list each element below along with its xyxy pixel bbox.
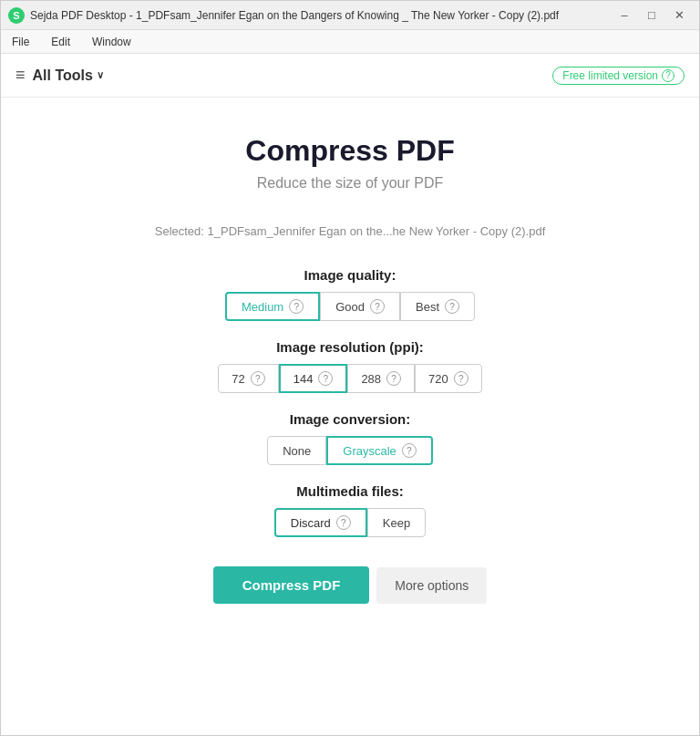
image-conversion-label: Image conversion: <box>290 411 411 427</box>
image-quality-label: Image quality: <box>304 267 396 283</box>
menu-window[interactable]: Window <box>88 34 135 50</box>
multimedia-files-buttons: Discard ? Keep <box>274 508 426 537</box>
menu-edit[interactable]: Edit <box>47 34 74 50</box>
chevron-down-icon: ∨ <box>97 69 104 81</box>
conversion-grayscale-button[interactable]: Grayscale ? <box>326 436 433 465</box>
minimize-button[interactable]: – <box>612 5 637 26</box>
multimedia-keep-button[interactable]: Keep <box>367 508 426 537</box>
page-title: Compress PDF <box>245 134 454 168</box>
hamburger-icon[interactable]: ≡ <box>15 66 26 85</box>
compress-pdf-button[interactable]: Compress PDF <box>213 566 370 604</box>
multimedia-discard-button[interactable]: Discard ? <box>274 508 367 537</box>
top-nav: ≡ All Tools ∨ Free limited version ? <box>1 54 699 98</box>
quality-best-button[interactable]: Best ? <box>400 292 475 321</box>
selected-file: Selected: 1_PDFsam_Jennifer Egan on the.… <box>155 224 546 238</box>
free-limited-label: Free limited version <box>562 69 658 82</box>
window-controls: – □ ✕ <box>612 5 692 26</box>
more-options-button[interactable]: More options <box>376 567 487 604</box>
help-icon: ? <box>662 69 674 82</box>
menu-bar: File Edit Window <box>1 30 699 54</box>
quality-medium-button[interactable]: Medium ? <box>225 292 320 321</box>
maximize-button[interactable]: □ <box>639 5 664 26</box>
close-button[interactable]: ✕ <box>666 5 692 26</box>
resolution-72-button[interactable]: 72 ? <box>218 364 278 393</box>
conversion-none-button[interactable]: None <box>267 436 326 465</box>
resolution-144-button[interactable]: 144 ? <box>279 364 348 393</box>
image-resolution-buttons: 72 ? 144 ? 288 ? 720 ? <box>218 364 482 393</box>
image-conversion-group: Image conversion: None Grayscale ? <box>267 411 433 465</box>
image-quality-buttons: Medium ? Good ? Best ? <box>225 292 475 321</box>
quality-good-button[interactable]: Good ? <box>320 292 400 321</box>
page-subtitle: Reduce the size of your PDF <box>257 175 444 192</box>
resolution-144-help-icon[interactable]: ? <box>318 371 333 386</box>
multimedia-files-label: Multimedia files: <box>296 483 404 499</box>
all-tools-label: All Tools <box>33 67 93 84</box>
action-row: Compress PDF More options <box>213 566 487 604</box>
window-title: Sejda PDF Desktop - 1_PDFsam_Jennifer Eg… <box>30 9 559 22</box>
options-section: Image quality: Medium ? Good ? Best ? Im… <box>19 267 681 537</box>
quality-medium-help-icon[interactable]: ? <box>289 299 304 314</box>
multimedia-discard-help-icon[interactable]: ? <box>336 515 351 530</box>
quality-good-help-icon[interactable]: ? <box>370 299 385 314</box>
resolution-288-button[interactable]: 288 ? <box>347 364 415 393</box>
main-content: Compress PDF Reduce the size of your PDF… <box>1 98 699 622</box>
free-limited-badge[interactable]: Free limited version ? <box>552 67 685 85</box>
resolution-720-button[interactable]: 720 ? <box>415 364 482 393</box>
title-bar: S Sejda PDF Desktop - 1_PDFsam_Jennifer … <box>1 1 699 30</box>
image-quality-group: Image quality: Medium ? Good ? Best ? <box>225 267 475 321</box>
quality-best-help-icon[interactable]: ? <box>445 299 459 314</box>
top-nav-left: ≡ All Tools ∨ <box>15 66 104 85</box>
multimedia-files-group: Multimedia files: Discard ? Keep <box>274 483 426 537</box>
resolution-720-help-icon[interactable]: ? <box>454 371 468 386</box>
conversion-grayscale-help-icon[interactable]: ? <box>402 443 417 458</box>
resolution-288-help-icon[interactable]: ? <box>386 371 401 386</box>
title-bar-left: S Sejda PDF Desktop - 1_PDFsam_Jennifer … <box>8 7 559 24</box>
image-resolution-label: Image resolution (ppi): <box>276 339 424 355</box>
image-resolution-group: Image resolution (ppi): 72 ? 144 ? 288 ?… <box>218 339 482 393</box>
all-tools-menu[interactable]: All Tools ∨ <box>33 67 104 84</box>
image-conversion-buttons: None Grayscale ? <box>267 436 433 465</box>
resolution-72-help-icon[interactable]: ? <box>251 371 265 386</box>
app-logo: S <box>8 7 25 24</box>
menu-file[interactable]: File <box>8 34 33 50</box>
